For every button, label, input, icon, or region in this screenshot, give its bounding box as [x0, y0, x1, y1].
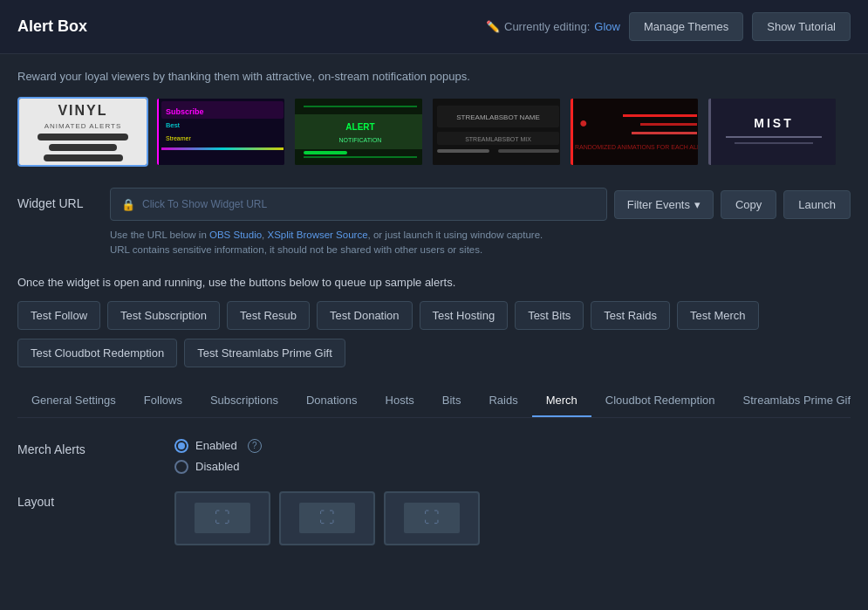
svg-text:NOTIFICATION: NOTIFICATION: [339, 137, 382, 143]
tabs-list: General Settings Follows Subscriptions D…: [17, 385, 851, 417]
theme-thumb-vinyl[interactable]: VINYL ANIMATED ALERTS: [17, 97, 148, 167]
svg-rect-28: [708, 97, 836, 167]
hint-or: , or just launch it using window capture…: [368, 230, 543, 240]
editing-theme: Glow: [594, 20, 620, 33]
merch-alerts-radio-group: Enabled ? Disabled: [174, 439, 851, 474]
obs-studio-link[interactable]: OBS Studio: [209, 230, 262, 240]
merch-alerts-row: Merch Alerts Enabled ? Disabled: [17, 439, 851, 474]
image-placeholder-icon-1: ⛶: [215, 509, 230, 527]
url-display-text: Click To Show Widget URL: [142, 198, 267, 210]
layout-option-2[interactable]: ⛶: [279, 491, 375, 545]
layout-option-1[interactable]: ⛶: [174, 491, 270, 545]
copy-button[interactable]: Copy: [721, 190, 776, 219]
test-prime-gift-button[interactable]: Test Streamlabs Prime Gift: [184, 339, 345, 367]
merch-alerts-enabled-label: Enabled: [195, 439, 237, 452]
hint-text-2: URL contains sensitive information, it s…: [110, 244, 482, 255]
themes-row: VINYL ANIMATED ALERTS Subscribe Best Str…: [17, 97, 851, 167]
widget-url-section: Widget URL 🔒 Click To Show Widget URL Fi…: [17, 188, 851, 258]
merch-alerts-disabled-radio[interactable]: [174, 460, 188, 474]
svg-text:RANDOMIZED ANIMATIONS FOR EACH: RANDOMIZED ANIMATIONS FOR EACH ALERT: [575, 144, 698, 150]
queue-title: Once the widget is open and running, use…: [17, 276, 851, 289]
test-subscription-button[interactable]: Test Subscription: [107, 301, 220, 330]
colorful-theme-svg: Subscribe Best Streamer: [157, 97, 284, 167]
svg-rect-30: [726, 136, 822, 138]
widget-url-right: 🔒 Click To Show Widget URL Filter Events…: [110, 188, 851, 258]
theme-thumb-green[interactable]: ALERT NOTIFICATION: [293, 97, 424, 167]
layout-option-3[interactable]: ⛶: [384, 491, 480, 545]
url-hint: Use the URL below in OBS Studio, XSplit …: [110, 228, 851, 258]
svg-rect-11: [304, 151, 347, 154]
test-buttons-row-2: Test Cloudbot Redemption Test Streamlabs…: [17, 339, 851, 367]
layout-thumb-inner-1: ⛶: [195, 503, 250, 533]
xsplit-link[interactable]: XSplit Browser Source: [268, 230, 368, 240]
url-input-box[interactable]: 🔒 Click To Show Widget URL: [110, 188, 607, 221]
tab-bits[interactable]: Bits: [428, 385, 475, 417]
lock-icon: 🔒: [121, 198, 135, 211]
svg-text:STREAMLABSBOT NAME: STREAMLABSBOT NAME: [456, 113, 539, 121]
tab-subscriptions[interactable]: Subscriptions: [196, 385, 292, 417]
test-hosting-button[interactable]: Test Hosting: [420, 301, 509, 330]
svg-rect-20: [498, 149, 559, 153]
svg-rect-19: [437, 149, 489, 153]
merch-alerts-control: Enabled ? Disabled: [174, 439, 851, 474]
tab-prime-gift[interactable]: Streamlabs Prime Gift: [729, 385, 851, 417]
theme-thumb-colorful[interactable]: Subscribe Best Streamer: [155, 97, 286, 167]
vinyl-bar2: [49, 144, 117, 151]
filter-events-button[interactable]: Filter Events ▾: [614, 190, 714, 219]
test-follow-button[interactable]: Test Follow: [17, 301, 100, 330]
svg-rect-23: [640, 123, 697, 126]
dark-theme-svg: STREAMLABSBOT NAME STREAMLABSBOT MIX: [433, 97, 560, 167]
theme-thumb-red[interactable]: ● RANDOMIZED ANIMATIONS FOR EACH ALERT: [569, 97, 700, 167]
currently-editing: ✏️ Currently editing: Glow: [486, 20, 620, 33]
theme-thumb-dark[interactable]: STREAMLABSBOT NAME STREAMLABSBOT MIX: [431, 97, 562, 167]
tab-hosts[interactable]: Hosts: [372, 385, 428, 417]
tab-donations[interactable]: Donations: [292, 385, 372, 417]
layout-thumbs: ⛶ ⛶ ⛶: [174, 491, 851, 545]
test-cloudbot-button[interactable]: Test Cloudbot Redemption: [17, 339, 177, 367]
svg-rect-31: [735, 142, 813, 144]
test-raids-button[interactable]: Test Raids: [591, 301, 670, 330]
widget-url-controls: 🔒 Click To Show Widget URL Filter Events…: [110, 188, 851, 221]
vinyl-subtitle: ANIMATED ALERTS: [44, 122, 122, 130]
merch-alerts-disabled-label: Disabled: [195, 460, 240, 473]
tabs-section: General Settings Follows Subscriptions D…: [17, 385, 851, 418]
help-icon[interactable]: ?: [248, 439, 262, 453]
svg-rect-13: [304, 156, 417, 158]
test-resub-button[interactable]: Test Resub: [227, 301, 310, 330]
svg-text:●: ●: [579, 115, 588, 130]
tab-cloudbot-redemption[interactable]: Cloudbot Redemption: [591, 385, 729, 417]
layout-row: Layout ⛶ ⛶ ⛶: [17, 491, 851, 545]
vinyl-bar3: [44, 154, 123, 161]
svg-text:STREAMLABSBOT MIX: STREAMLABSBOT MIX: [465, 136, 531, 142]
merch-alerts-enabled-radio[interactable]: [174, 439, 188, 453]
layout-thumb-inner-2: ⛶: [299, 503, 355, 533]
settings-section: Merch Alerts Enabled ? Disabled Layout: [17, 439, 851, 580]
merch-alerts-enabled-item[interactable]: Enabled ?: [174, 439, 851, 453]
chevron-down-icon: ▾: [694, 198, 701, 211]
svg-rect-27: [571, 97, 573, 167]
svg-text:Streamer: Streamer: [166, 135, 191, 141]
image-placeholder-icon-2: ⛶: [319, 509, 335, 527]
queue-section: Once the widget is open and running, use…: [17, 276, 851, 367]
svg-rect-32: [708, 97, 711, 167]
tab-follows[interactable]: Follows: [130, 385, 196, 417]
page-title: Alert Box: [17, 17, 486, 36]
app-header: Alert Box ✏️ Currently editing: Glow Man…: [0, 0, 868, 54]
show-tutorial-button[interactable]: Show Tutorial: [752, 12, 851, 41]
test-merch-button[interactable]: Test Merch: [677, 301, 759, 330]
svg-text:ALERT: ALERT: [345, 122, 374, 132]
layout-thumb-inner-3: ⛶: [404, 503, 460, 533]
svg-rect-8: [295, 114, 422, 149]
tab-merch[interactable]: Merch: [532, 385, 591, 417]
svg-rect-24: [632, 132, 697, 134]
test-bits-button[interactable]: Test Bits: [515, 301, 584, 330]
test-donation-button[interactable]: Test Donation: [317, 301, 413, 330]
pencil-icon: ✏️: [486, 20, 500, 33]
merch-alerts-label: Merch Alerts: [17, 439, 157, 456]
tab-raids[interactable]: Raids: [475, 385, 531, 417]
merch-alerts-disabled-item[interactable]: Disabled: [174, 460, 851, 474]
tab-general-settings[interactable]: General Settings: [17, 385, 130, 417]
theme-thumb-mist[interactable]: MIST: [707, 97, 837, 167]
launch-button[interactable]: Launch: [783, 190, 851, 219]
manage-themes-button[interactable]: Manage Themes: [629, 12, 743, 41]
